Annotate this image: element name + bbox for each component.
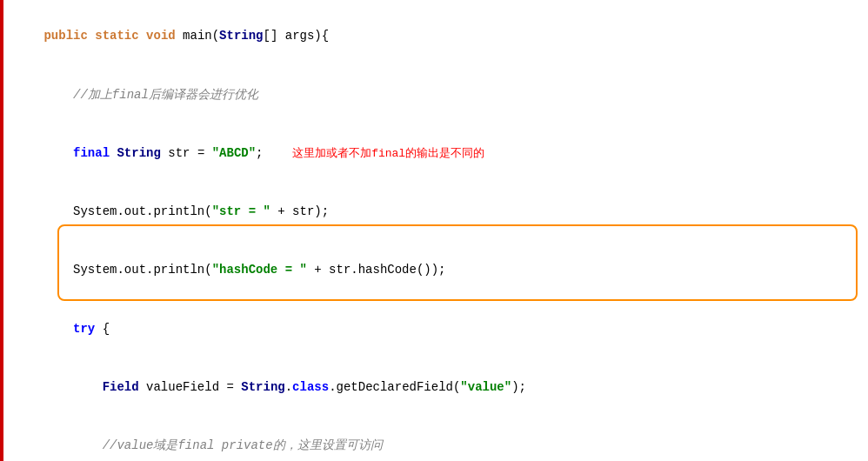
- keyword-public: public: [43, 29, 87, 43]
- code-line-6: try {: [0, 299, 868, 357]
- code-line-2: //加上final后编译器会进行优化: [0, 65, 868, 124]
- code-container: public static void main(String[] args){ …: [0, 0, 868, 461]
- code-line-1: public static void main(String[] args){: [0, 7, 868, 65]
- type-field: Field: [103, 380, 139, 394]
- type-string: String: [219, 29, 263, 43]
- keyword-try: try: [73, 322, 95, 336]
- str-lit-value: "value": [460, 380, 511, 394]
- keyword-final: final: [73, 146, 110, 160]
- keyword-class: class: [292, 380, 329, 394]
- code-line-7: Field valueField = String.class.getDecla…: [0, 357, 868, 416]
- type-string-2: String: [117, 146, 160, 160]
- comment-2: //value域是final private的，这里设置可访问: [103, 438, 383, 452]
- str-lit-2: "hashCode = ": [212, 263, 307, 277]
- code-line-8: //value域是final private的，这里设置可访问: [0, 417, 868, 461]
- string-abcd: "ABCD": [212, 146, 256, 160]
- code-line-5: System.out.println("hashCode = " + str.h…: [0, 241, 868, 299]
- code-line-3: final String str = "ABCD"; 这里加或者不加final的…: [0, 124, 868, 183]
- keyword-void: void: [146, 29, 176, 43]
- annotation-red: 这里加或者不加final的输出是不同的: [292, 147, 484, 160]
- comment-1: //加上final后编译器会进行优化: [73, 88, 258, 102]
- keyword-static: static: [95, 29, 138, 43]
- str-lit-1: "str = ": [212, 204, 270, 218]
- type-string-3: String: [241, 380, 284, 394]
- code-line-4: System.out.println("str = " + str);: [0, 183, 868, 241]
